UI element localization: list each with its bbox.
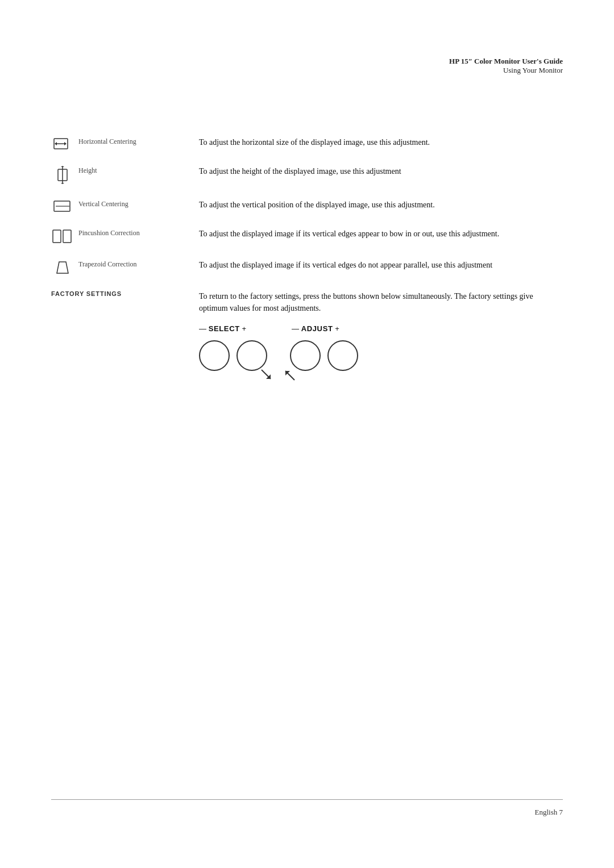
svg-marker-12 bbox=[57, 262, 68, 273]
icon-label-horizontal-centering: Horizontal Centering bbox=[51, 136, 199, 151]
icon-label-height: Height bbox=[51, 165, 199, 184]
horizontal-centering-row: Horizontal Centering To adjust the horiz… bbox=[51, 136, 563, 151]
select-minus: — bbox=[199, 323, 209, 335]
select-circle-2-wrap bbox=[237, 340, 267, 371]
footer-text: English 7 bbox=[535, 808, 563, 817]
select-circles bbox=[199, 340, 267, 371]
svg-marker-3 bbox=[55, 142, 57, 145]
adjust-circles bbox=[290, 340, 358, 371]
icon-label-trapezoid: Trapezoid Correction bbox=[51, 259, 199, 276]
factory-settings-desc-col: To return to the factory settings, press… bbox=[199, 290, 563, 371]
pincushion-correction-icon bbox=[51, 228, 74, 244]
trapezoid-correction-label: Trapezoid Correction bbox=[78, 259, 137, 269]
select-plus: + bbox=[240, 323, 246, 335]
svg-rect-11 bbox=[63, 230, 71, 243]
svg-rect-10 bbox=[53, 230, 61, 243]
adjust-circle-1-wrap bbox=[290, 340, 321, 371]
factory-settings-row: FACTORY SETTINGS To return to the factor… bbox=[51, 290, 563, 371]
icon-label-pincushion: Pincushion Correction bbox=[51, 228, 199, 244]
pincushion-correction-desc: To adjust the displayed image if its ver… bbox=[199, 228, 563, 240]
select-label: SELECT bbox=[209, 323, 240, 335]
horizontal-centering-label: Horizontal Centering bbox=[78, 136, 136, 147]
icon-label-vertical-centering: Vertical Centering bbox=[51, 199, 199, 213]
factory-label-col: FACTORY SETTINGS bbox=[51, 290, 199, 297]
select-circle-1 bbox=[199, 340, 230, 371]
page: HP 15″ Color Monitor User's Guide Using … bbox=[0, 0, 614, 868]
buttons-diagram: — SELECT + — ADJUST + bbox=[199, 323, 563, 371]
pincushion-correction-label: Pincushion Correction bbox=[78, 228, 140, 238]
header-title: HP 15″ Color Monitor User's Guide bbox=[449, 57, 563, 66]
adjust-arrow-icon bbox=[282, 368, 298, 383]
circle-buttons bbox=[199, 340, 563, 371]
height-row: Height To adjust the height of the displ… bbox=[51, 165, 563, 184]
footer-line bbox=[51, 799, 563, 800]
svg-marker-7 bbox=[61, 183, 64, 184]
vertical-centering-desc: To adjust the vertical position of the d… bbox=[199, 199, 563, 211]
height-desc: To adjust the height of the displayed im… bbox=[199, 165, 563, 177]
adjust-label: ADJUST bbox=[301, 323, 333, 335]
adjust-circle-2 bbox=[327, 340, 358, 371]
pincushion-correction-row: Pincushion Correction To adjust the disp… bbox=[51, 228, 563, 244]
trapezoid-correction-icon bbox=[51, 260, 74, 276]
adjust-circle-1 bbox=[290, 340, 321, 371]
trapezoid-correction-row: Trapezoid Correction To adjust the displ… bbox=[51, 259, 563, 276]
factory-settings-label: FACTORY SETTINGS bbox=[51, 290, 188, 297]
content: Horizontal Centering To adjust the horiz… bbox=[51, 136, 563, 371]
vertical-centering-row: Vertical Centering To adjust the vertica… bbox=[51, 199, 563, 213]
height-label: Height bbox=[78, 165, 97, 176]
svg-marker-6 bbox=[61, 166, 64, 167]
svg-marker-2 bbox=[64, 142, 67, 145]
horizontal-centering-desc: To adjust the horizontal size of the dis… bbox=[199, 136, 563, 148]
vertical-centering-label: Vertical Centering bbox=[78, 199, 128, 209]
header-subtitle: Using Your Monitor bbox=[449, 66, 563, 75]
trapezoid-correction-desc: To adjust the displayed image if its ver… bbox=[199, 259, 563, 271]
factory-settings-desc: To return to the factory settings, press… bbox=[199, 290, 563, 314]
buttons-labels: — SELECT + — ADJUST + bbox=[199, 323, 563, 335]
adjust-plus: + bbox=[333, 323, 339, 335]
header: HP 15″ Color Monitor User's Guide Using … bbox=[449, 57, 563, 75]
horizontal-centering-icon bbox=[51, 137, 74, 151]
select-arrow-icon bbox=[258, 366, 274, 382]
adjust-minus: — bbox=[292, 323, 301, 335]
height-icon bbox=[51, 166, 74, 184]
vertical-centering-icon bbox=[51, 199, 74, 213]
